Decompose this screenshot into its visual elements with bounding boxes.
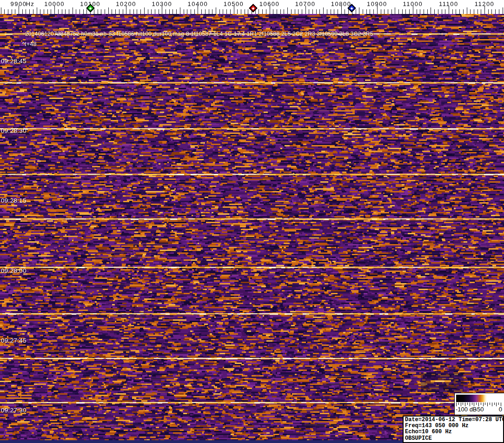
colorbar-tick bbox=[498, 403, 499, 405]
info-line-station: OBSUPICE bbox=[405, 436, 503, 442]
freq-tick bbox=[266, 9, 266, 14]
colorbar-tick bbox=[474, 403, 474, 406]
freq-tick-label: 10800 bbox=[331, 0, 351, 7]
freq-tick bbox=[338, 9, 338, 14]
freq-tick bbox=[503, 7, 503, 14]
time-label: 09:28:30 bbox=[1, 127, 27, 134]
freq-tick bbox=[105, 9, 105, 14]
freq-tick bbox=[302, 9, 302, 14]
freq-tick bbox=[119, 9, 119, 14]
freq-tick bbox=[12, 9, 12, 14]
freq-tick bbox=[4, 9, 5, 14]
freq-tick bbox=[98, 9, 98, 14]
freq-tick bbox=[323, 7, 324, 14]
freq-tick bbox=[226, 9, 227, 14]
freq-tick-label: 11100 bbox=[439, 0, 458, 7]
freq-tick bbox=[94, 9, 94, 14]
freq-tick bbox=[51, 9, 51, 14]
freq-tick bbox=[73, 7, 73, 14]
freq-tick bbox=[8, 9, 8, 14]
colorbar-label-max: 0 bbox=[499, 406, 502, 413]
freq-tick bbox=[388, 9, 388, 14]
detection-annotation: 20140612072848752 h0m31 nb-83 f10586 hit… bbox=[25, 31, 373, 37]
freq-tick bbox=[491, 9, 492, 14]
freq-tick bbox=[459, 9, 460, 14]
time-offset-annotation: ^t+48 bbox=[22, 40, 37, 47]
colorbar-tick bbox=[467, 403, 468, 405]
freq-tick-label: 10000 bbox=[44, 0, 65, 7]
freq-tick bbox=[470, 9, 471, 14]
freq-tick bbox=[366, 9, 367, 14]
freq-tick bbox=[209, 9, 209, 14]
freq-tick bbox=[69, 9, 69, 14]
freq-tick bbox=[373, 9, 374, 14]
freq-tick bbox=[237, 9, 238, 14]
freq-tick bbox=[86, 9, 87, 14]
colorbar-tick bbox=[494, 403, 495, 405]
freq-tick bbox=[166, 9, 166, 14]
freq-tick bbox=[108, 7, 109, 14]
freq-tick bbox=[176, 9, 177, 14]
freq-tick bbox=[80, 9, 80, 14]
freq-tick bbox=[130, 9, 130, 14]
colorbar-tick bbox=[470, 403, 470, 406]
freq-tick bbox=[115, 9, 116, 14]
freq-tick bbox=[123, 9, 123, 14]
freq-tick bbox=[477, 9, 478, 14]
freq-tick bbox=[241, 9, 241, 14]
freq-tick bbox=[76, 9, 76, 14]
freq-tick bbox=[180, 7, 180, 14]
freq-tick bbox=[144, 7, 145, 14]
freq-tick bbox=[384, 9, 385, 14]
colorbar-tick bbox=[472, 403, 472, 405]
freq-tick bbox=[488, 9, 489, 14]
freq-tick bbox=[481, 9, 481, 14]
freq-tick bbox=[405, 9, 406, 14]
freq-tick bbox=[83, 9, 84, 14]
freq-tick bbox=[248, 9, 248, 14]
time-label: 09:27:45 bbox=[1, 337, 27, 344]
freq-tick bbox=[291, 9, 292, 14]
freq-tick bbox=[201, 9, 202, 14]
freq-tick bbox=[467, 7, 467, 14]
colorbar-label-min: -100 dB bbox=[456, 406, 477, 413]
marker-red-diamond[interactable] bbox=[249, 4, 258, 12]
freq-tick bbox=[284, 9, 284, 14]
freq-tick bbox=[277, 9, 277, 14]
freq-tick bbox=[148, 9, 148, 14]
freq-tick bbox=[499, 9, 499, 14]
freq-tick bbox=[316, 9, 317, 14]
freq-tick bbox=[434, 9, 435, 14]
freq-tick bbox=[370, 9, 370, 14]
freq-tick bbox=[445, 9, 445, 14]
freq-tick bbox=[26, 9, 26, 14]
freq-tick bbox=[456, 9, 456, 14]
freq-tick bbox=[395, 7, 395, 14]
freq-tick bbox=[29, 9, 30, 14]
freq-tick bbox=[417, 9, 417, 14]
colorbar-tick bbox=[476, 403, 477, 405]
frequency-axis: 9900100001010010200103001040010500106001… bbox=[0, 0, 504, 14]
colorbar-tick bbox=[463, 403, 463, 405]
freq-tick bbox=[381, 9, 381, 14]
freq-tick-label: 10500 bbox=[224, 0, 244, 7]
freq-tick bbox=[223, 9, 223, 14]
freq-tick bbox=[359, 7, 359, 14]
info-line-echo: Echo=10 600 Hz bbox=[405, 429, 503, 435]
freq-tick bbox=[409, 9, 410, 14]
freq-tick bbox=[245, 9, 245, 14]
freq-tick bbox=[402, 9, 403, 14]
freq-tick bbox=[262, 9, 263, 14]
freq-tick bbox=[187, 9, 187, 14]
colorbar-tick bbox=[478, 403, 479, 406]
freq-tick bbox=[212, 9, 212, 14]
freq-tick bbox=[33, 9, 33, 14]
freq-axis-unit-label: Hz bbox=[26, 0, 34, 7]
freq-tick bbox=[298, 9, 298, 14]
colorbar-tick bbox=[481, 403, 481, 405]
freq-tick-label: 9900 bbox=[11, 0, 27, 7]
colorbar-tick bbox=[483, 403, 484, 406]
freq-tick bbox=[287, 7, 288, 14]
time-label: 09:28:45 bbox=[1, 58, 27, 65]
freq-tick bbox=[345, 9, 345, 14]
